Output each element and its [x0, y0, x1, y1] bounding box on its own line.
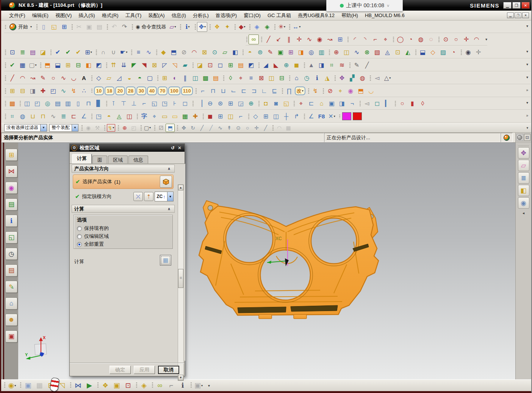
toolbar-icon[interactable]: ▰	[180, 60, 190, 70]
dialog-title-bar[interactable]: ⚙ 检查区域 ↺ ✕	[70, 144, 185, 152]
toolbar-icon[interactable]: ◅	[372, 73, 382, 83]
toolbar-icon[interactable]: ◆▾	[237, 22, 247, 32]
toolbar-icon[interactable]: ◻	[180, 99, 190, 108]
toolbar-icon[interactable]: ○	[397, 99, 407, 108]
toolbar-overflow-icon[interactable]: ▾	[526, 62, 528, 66]
toolbar-icon[interactable]: ◙	[271, 99, 281, 108]
toolbar-icon[interactable]: ⊗	[362, 47, 372, 57]
toolbar-icon[interactable]: ▤	[236, 60, 246, 70]
toolbar-icon[interactable]: ↝	[28, 73, 38, 83]
toolbar-icon[interactable]: ⊠	[256, 73, 266, 83]
select-product-solid-row[interactable]: ✔ 选择产品实体 (1)	[73, 174, 174, 189]
radio-button[interactable]	[77, 242, 82, 247]
toolbar-icon[interactable]: ⊚	[255, 47, 265, 57]
toolbar-icon[interactable]: ⊔	[28, 112, 38, 121]
menu-item[interactable]: 首选项(P)	[212, 11, 240, 20]
window-palette-button[interactable]: ▣	[5, 330, 17, 343]
toolbar-icon[interactable]: ⬒	[166, 124, 175, 132]
menu-item[interactable]: 编辑(E)	[29, 11, 52, 20]
toolbar-icon[interactable]: ◇	[94, 73, 104, 83]
toolbar-icon[interactable]: ◎	[42, 99, 53, 108]
toolbar-icon[interactable]: ▩	[7, 99, 17, 108]
toolbar-icon[interactable]: ⌐	[198, 86, 208, 96]
toolbar-icon[interactable]: ◨	[28, 86, 38, 96]
toolbar-icon[interactable]: ◈	[138, 380, 150, 391]
toolbar-icon[interactable]: ◩	[94, 60, 104, 70]
toolbar-icon[interactable]: ▣	[111, 380, 122, 391]
toolbar-icon[interactable]: ⊘	[325, 86, 335, 96]
toolbar-icon[interactable]: ◌	[426, 35, 436, 44]
toolbar-icon[interactable]: ▣	[84, 22, 94, 32]
toolbar-icon[interactable]: ◹	[170, 60, 180, 70]
toolbar-icon[interactable]: ∠	[79, 112, 89, 121]
toolbar-icon[interactable]: ▥	[63, 99, 73, 108]
toolbar-icon[interactable]: ◉	[84, 124, 93, 132]
toolbar-icon[interactable]: ⊕	[281, 60, 291, 70]
toolbar-icon[interactable]: 70	[158, 86, 167, 95]
gear-icon[interactable]: ⚙	[71, 145, 77, 151]
toolbar-icon[interactable]: ◰	[129, 124, 138, 132]
toolbar-icon[interactable]: ▣▾	[193, 380, 204, 391]
toolbar-icon[interactable]: ↯	[310, 86, 321, 96]
toolbar-icon[interactable]: ⌖	[296, 99, 306, 108]
chevron-down-icon[interactable]: ▼	[72, 124, 78, 131]
toolbar-icon[interactable]: ▧	[372, 47, 382, 57]
toolbar-icon[interactable]: ¬	[347, 99, 357, 108]
toolbar-icon[interactable]: ⊞	[160, 73, 170, 83]
toolbar-icon[interactable]: ⊞	[225, 60, 236, 70]
toolbar-icon[interactable]: ⚒	[93, 124, 102, 132]
toolbar-icon[interactable]: ◨	[337, 99, 347, 108]
toolbar-icon[interactable]: 10	[94, 86, 104, 95]
toolbar-icon[interactable]: ▩	[200, 73, 211, 83]
menu-item[interactable]: 分析(L)	[189, 11, 212, 20]
primitive-button[interactable]: ◧	[518, 185, 529, 196]
menu-item[interactable]: 文件(F)	[6, 11, 29, 20]
menu-item[interactable]: 工具(T)	[122, 11, 145, 20]
start-button[interactable]: 开始▾	[7, 23, 34, 31]
toolbar-icon[interactable]: ▥	[316, 47, 327, 57]
command-finder-button[interactable]: ◉命令查找器	[134, 24, 167, 30]
toolbar-overflow-icon[interactable]: ▾	[526, 101, 528, 105]
assembly-navigator-button[interactable]: ⊞	[5, 149, 17, 161]
toolbar-grip[interactable]	[518, 143, 529, 146]
chevron-down-icon[interactable]: ˅	[387, 3, 389, 8]
toolbar-icon[interactable]: ⌐	[236, 112, 246, 121]
toolbar-icon[interactable]: ◜	[350, 35, 360, 44]
toolbar-icon[interactable]: ⌐	[370, 35, 380, 44]
toolbar-icon[interactable]: ◈	[252, 22, 262, 32]
toolbar-icon[interactable]: ◿	[114, 73, 124, 83]
toolbar-icon[interactable]: 20	[115, 86, 125, 95]
menu-item[interactable]: 格式(R)	[99, 11, 122, 20]
toolbar-icon[interactable]: ◥	[139, 60, 149, 70]
toolbar-icon[interactable]: ◨	[316, 60, 327, 70]
toolbar-icon[interactable]: ◉	[463, 47, 473, 57]
toolbar-icon[interactable]: ⊞	[286, 47, 296, 57]
toolbar-icon[interactable]: ⊞▾	[83, 47, 94, 57]
hd3d-tools-button[interactable]: ℹ	[5, 215, 17, 227]
toolbar-icon[interactable]: ⊞	[7, 86, 17, 96]
toolbar-icon[interactable]: ⊞	[215, 112, 225, 121]
menu-item[interactable]: 装配(A)	[145, 11, 168, 20]
roles-button[interactable]: ☻	[5, 314, 17, 326]
toolbar-icon[interactable]: ○	[243, 124, 252, 132]
toolbar-icon[interactable]: ▨	[438, 47, 448, 57]
menu-item[interactable]: HB_MOULD M6.6	[361, 11, 408, 19]
toolbar-icon[interactable]: ⊥	[129, 99, 139, 108]
dialog-scrollbar[interactable]: ▲ ▼	[178, 184, 184, 381]
toolbar-icon[interactable]: ◔	[448, 47, 458, 57]
section-product-solid[interactable]: 产品实体与方向 ∧	[72, 165, 175, 173]
toolbar-icon[interactable]: ◧	[83, 60, 94, 70]
toolbar-icon[interactable]: ◍	[357, 73, 368, 83]
toolbar-icon[interactable]: ⊕	[331, 47, 341, 57]
toolbar-icon[interactable]: ∴	[79, 86, 89, 96]
toolbar-icon[interactable]: ❖	[100, 380, 111, 391]
toolbar-icon[interactable]: ⊛	[215, 99, 225, 108]
toolbar-icon[interactable]: ⊙	[441, 35, 451, 44]
scroll-down-icon[interactable]: ▼	[178, 375, 183, 380]
toolbar-icon[interactable]: ◪	[38, 47, 48, 57]
toolbar-icon[interactable]: 18	[105, 86, 114, 95]
toolbar-icon[interactable]: ◠	[471, 35, 482, 44]
toolbar-icon[interactable]: ◠	[275, 124, 284, 132]
toolbar-icon[interactable]: ▦	[34, 380, 45, 391]
toolbar-icon[interactable]: ⊟	[73, 60, 83, 70]
